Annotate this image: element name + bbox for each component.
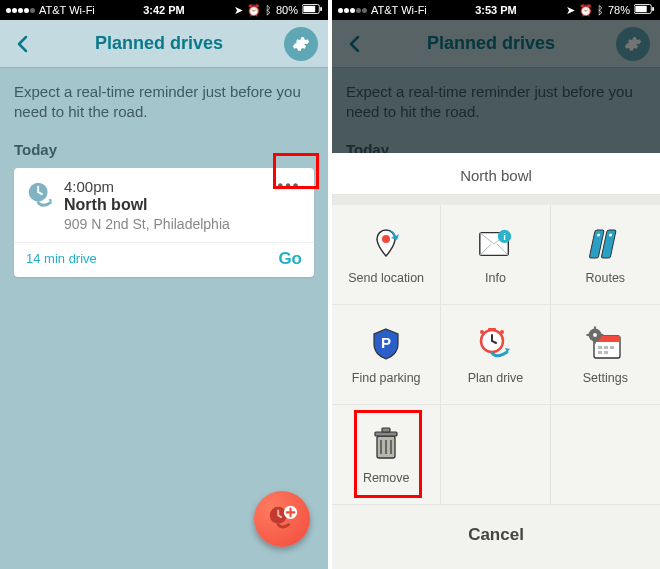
divider bbox=[14, 242, 314, 243]
status-right: ➤ ⏰ ᛒ 80% bbox=[234, 4, 322, 17]
svg-rect-37 bbox=[382, 428, 390, 432]
action-send-location[interactable]: Send location bbox=[332, 205, 441, 305]
svg-rect-36 bbox=[375, 432, 397, 436]
page-title: Planned drives bbox=[95, 33, 223, 54]
add-planned-drive-icon bbox=[265, 502, 299, 536]
drive-title: North bowl bbox=[64, 196, 302, 214]
divider bbox=[332, 195, 660, 205]
drive-address: 909 N 2nd St, Philadelphia bbox=[64, 216, 302, 232]
carrier-label: AT&T Wi-Fi bbox=[39, 4, 95, 16]
cancel-button[interactable]: Cancel bbox=[332, 505, 660, 569]
section-today: Today bbox=[14, 141, 314, 158]
battery-icon bbox=[634, 4, 654, 16]
empty-cell bbox=[551, 405, 660, 505]
svg-rect-24 bbox=[598, 346, 602, 349]
subtitle: Expect a real-time reminder just before … bbox=[14, 82, 314, 123]
gear-icon bbox=[292, 35, 310, 53]
status-bar: AT&T Wi-Fi 3:42 PM ➤ ⏰ ᛒ 80% bbox=[0, 0, 328, 20]
settings-calendar-icon bbox=[586, 325, 624, 363]
drive-time: 4:00pm bbox=[64, 178, 302, 195]
more-button[interactable]: ••• bbox=[272, 174, 306, 198]
svg-rect-2 bbox=[320, 7, 322, 11]
action-label: Find parking bbox=[352, 371, 421, 385]
status-left: AT&T Wi-Fi bbox=[338, 4, 427, 16]
header: Planned drives bbox=[0, 20, 328, 68]
sheet-title: North bowl bbox=[332, 153, 660, 195]
clock-drive-icon bbox=[26, 180, 56, 210]
info-icon: i bbox=[476, 225, 514, 263]
svg-point-30 bbox=[593, 333, 597, 337]
svg-rect-27 bbox=[598, 351, 602, 354]
svg-point-20 bbox=[480, 330, 484, 334]
status-left: AT&T Wi-Fi bbox=[6, 4, 95, 16]
action-remove[interactable]: Remove bbox=[332, 405, 441, 505]
battery-pct: 80% bbox=[276, 4, 298, 16]
settings-button[interactable] bbox=[284, 27, 318, 61]
action-settings[interactable]: Settings bbox=[551, 305, 660, 405]
more-icon: ••• bbox=[278, 177, 301, 195]
phone-left: AT&T Wi-Fi 3:42 PM ➤ ⏰ ᛒ 80% Planned dri… bbox=[0, 0, 328, 569]
svg-point-21 bbox=[500, 330, 504, 334]
svg-rect-32 bbox=[594, 340, 596, 343]
svg-rect-26 bbox=[610, 346, 614, 349]
svg-rect-1 bbox=[303, 6, 315, 12]
bluetooth-icon: ᛒ bbox=[597, 4, 604, 16]
svg-rect-34 bbox=[601, 334, 604, 336]
signal-dots-icon bbox=[338, 8, 367, 13]
add-planned-drive-button[interactable] bbox=[254, 491, 310, 547]
svg-rect-19 bbox=[488, 328, 496, 331]
battery-pct: 78% bbox=[608, 4, 630, 16]
svg-rect-25 bbox=[604, 346, 608, 349]
drive-eta: 14 min drive bbox=[26, 251, 97, 266]
action-routes[interactable]: Routes bbox=[551, 205, 660, 305]
status-time: 3:53 PM bbox=[475, 4, 517, 16]
action-grid: Send location i Info Routes P Find parki… bbox=[332, 205, 660, 505]
carrier-label: AT&T Wi-Fi bbox=[371, 4, 427, 16]
action-label: Send location bbox=[348, 271, 424, 285]
phone-right: AT&T Wi-Fi 3:53 PM ➤ ⏰ ᛒ 78% Planned dri… bbox=[332, 0, 660, 569]
location-icon: ➤ bbox=[234, 4, 243, 17]
action-sheet: North bowl Send location i Info Routes bbox=[332, 153, 660, 569]
send-location-icon bbox=[367, 225, 405, 263]
content: Expect a real-time reminder just before … bbox=[0, 68, 328, 291]
drive-card[interactable]: 4:00pm North bowl 909 N 2nd St, Philadel… bbox=[14, 168, 314, 277]
action-label: Info bbox=[485, 271, 506, 285]
svg-text:P: P bbox=[381, 334, 391, 351]
svg-rect-33 bbox=[587, 334, 590, 336]
status-time: 3:42 PM bbox=[143, 4, 185, 16]
action-label: Remove bbox=[363, 471, 410, 485]
alarm-icon: ⏰ bbox=[247, 4, 261, 17]
action-label: Settings bbox=[583, 371, 628, 385]
action-label: Routes bbox=[586, 271, 626, 285]
svg-rect-8 bbox=[652, 7, 654, 11]
go-button[interactable]: Go bbox=[278, 249, 302, 269]
action-info[interactable]: i Info bbox=[441, 205, 550, 305]
back-button[interactable] bbox=[10, 32, 34, 56]
alarm-icon: ⏰ bbox=[579, 4, 593, 17]
svg-point-9 bbox=[382, 235, 390, 243]
battery-icon bbox=[302, 4, 322, 16]
action-label: Plan drive bbox=[468, 371, 524, 385]
status-right: ➤ ⏰ ᛒ 78% bbox=[566, 4, 654, 17]
svg-text:i: i bbox=[504, 231, 507, 242]
signal-dots-icon bbox=[6, 8, 35, 13]
action-find-parking[interactable]: P Find parking bbox=[332, 305, 441, 405]
routes-icon bbox=[586, 225, 624, 263]
bluetooth-icon: ᛒ bbox=[265, 4, 272, 16]
empty-cell bbox=[441, 405, 550, 505]
parking-icon: P bbox=[367, 325, 405, 363]
location-icon: ➤ bbox=[566, 4, 575, 17]
trash-icon bbox=[367, 425, 405, 463]
svg-rect-7 bbox=[635, 6, 646, 12]
plan-drive-icon bbox=[476, 325, 514, 363]
svg-rect-28 bbox=[604, 351, 608, 354]
action-plan-drive[interactable]: Plan drive bbox=[441, 305, 550, 405]
status-bar: AT&T Wi-Fi 3:53 PM ➤ ⏰ ᛒ 78% bbox=[332, 0, 660, 20]
svg-rect-31 bbox=[594, 326, 596, 329]
